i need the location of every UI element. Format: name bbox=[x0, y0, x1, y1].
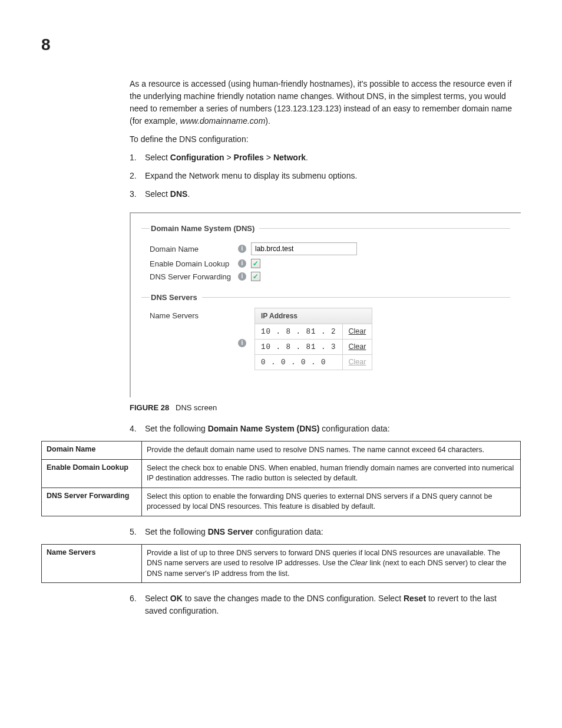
cell-italic: Clear bbox=[350, 559, 368, 567]
domain-name-input[interactable] bbox=[251, 242, 357, 255]
enable-lookup-checkbox[interactable]: ✓ bbox=[251, 259, 260, 268]
step-text: Select bbox=[145, 594, 170, 603]
step-bold: Domain Name System (DNS) bbox=[208, 424, 320, 433]
dns-fieldset: Domain Name System (DNS) Domain Name i E… bbox=[141, 224, 510, 285]
step-number: 2. bbox=[130, 170, 145, 182]
step-text: Set the following bbox=[145, 424, 208, 433]
intro-paragraph: As a resource is accessed (using human-f… bbox=[130, 78, 521, 127]
clear-link[interactable]: Clear bbox=[349, 327, 366, 335]
dns-servers-legend: DNS Servers bbox=[150, 293, 202, 302]
dns-server-table: Name Servers Provide a list of up to thr… bbox=[41, 544, 521, 584]
forwarding-label: DNS Server Forwarding bbox=[150, 272, 238, 281]
step-bold: DNS bbox=[170, 189, 188, 199]
step-5: 5. Set the following DNS Server configur… bbox=[130, 526, 521, 538]
step-text: Select bbox=[145, 153, 170, 162]
ip-table: IP Address 10 . 8 . 81 . 2 Clear 10 . 8 … bbox=[254, 308, 372, 370]
table-header: Name Servers bbox=[42, 544, 142, 583]
figure-number: FIGURE 28 bbox=[130, 403, 169, 412]
step-text: . bbox=[187, 189, 190, 199]
step-number: 4. bbox=[130, 423, 145, 435]
info-icon[interactable]: i bbox=[238, 259, 246, 268]
step-bold: Profiles bbox=[234, 153, 264, 162]
chapter-number: 8 bbox=[41, 35, 521, 54]
clear-link[interactable]: Clear bbox=[349, 342, 366, 351]
step-number: 1. bbox=[130, 151, 145, 164]
ip-header: IP Address bbox=[255, 308, 372, 324]
step-number: 5. bbox=[130, 526, 145, 538]
step-text: Set the following bbox=[145, 527, 208, 536]
step-bold: DNS Server bbox=[208, 527, 253, 536]
table-cell: Provide the default domain name used to … bbox=[142, 442, 521, 460]
dns-legend: Domain Name System (DNS) bbox=[150, 224, 259, 233]
step-text: > bbox=[264, 153, 273, 162]
table-header: DNS Server Forwarding bbox=[42, 487, 142, 516]
step-3: 3. Select DNS. bbox=[130, 188, 521, 200]
step-number: 6. bbox=[130, 592, 145, 617]
info-icon[interactable]: i bbox=[238, 339, 246, 347]
forwarding-row: DNS Server Forwarding i ✓ bbox=[150, 272, 510, 281]
step-bold: OK bbox=[170, 594, 183, 603]
table-header: Enable Domain Lookup bbox=[42, 459, 142, 487]
info-icon[interactable]: i bbox=[238, 272, 246, 281]
dns-servers-fieldset: DNS Servers Name Servers i IP Address 10… bbox=[141, 293, 510, 378]
dns-config-table: Domain Name Provide the default domain n… bbox=[41, 441, 521, 516]
step-text: configuration data: bbox=[319, 424, 389, 433]
step-text: > bbox=[224, 153, 234, 162]
step-text: Expand the Network menu to display its s… bbox=[145, 170, 357, 182]
define-line: To define the DNS configuration: bbox=[130, 133, 521, 146]
table-cell: Provide a list of up to three DNS server… bbox=[142, 544, 521, 583]
ip-cell[interactable]: 0 . 0 . 0 . 0 bbox=[255, 355, 343, 370]
name-servers-label: Name Servers bbox=[150, 308, 238, 320]
forwarding-checkbox[interactable]: ✓ bbox=[251, 272, 260, 281]
ip-cell[interactable]: 10 . 8 . 81 . 3 bbox=[255, 340, 343, 355]
table-cell: Select this option to enable the forward… bbox=[142, 487, 521, 516]
step-number: 3. bbox=[130, 188, 145, 200]
domain-name-label: Domain Name bbox=[150, 245, 238, 253]
step-1: 1. Select Configuration > Profiles > Net… bbox=[130, 151, 521, 164]
step-bold: Network bbox=[273, 153, 306, 162]
figure-title: DNS screen bbox=[176, 403, 217, 412]
step-2: 2. Expand the Network menu to display it… bbox=[130, 170, 521, 182]
step-text: configuration data: bbox=[253, 527, 323, 536]
clear-link-disabled: Clear bbox=[349, 358, 366, 366]
step-text: Select bbox=[145, 189, 170, 199]
dns-screenshot: Domain Name System (DNS) Domain Name i E… bbox=[130, 212, 521, 397]
step-bold: Reset bbox=[404, 594, 426, 603]
table-cell: Select the check box to enable DNS. When… bbox=[142, 459, 521, 487]
enable-lookup-row: Enable Domain Lookup i ✓ bbox=[150, 259, 510, 268]
step-4: 4. Set the following Domain Name System … bbox=[130, 423, 521, 435]
intro-tail: ). bbox=[265, 116, 270, 126]
figure-caption: FIGURE 28 DNS screen bbox=[130, 403, 521, 412]
domain-name-row: Domain Name i bbox=[150, 242, 510, 255]
intro-example: www.domainname.com bbox=[180, 116, 266, 126]
step-6: 6. Select OK to save the changes made to… bbox=[130, 592, 521, 617]
step-text: . bbox=[306, 153, 308, 162]
step-text: to save the changes made to the DNS conf… bbox=[183, 594, 404, 603]
info-icon[interactable]: i bbox=[238, 245, 246, 253]
step-bold: Configuration bbox=[170, 153, 224, 162]
table-header: Domain Name bbox=[42, 442, 142, 460]
ip-cell[interactable]: 10 . 8 . 81 . 2 bbox=[255, 324, 343, 340]
enable-lookup-label: Enable Domain Lookup bbox=[150, 259, 238, 268]
